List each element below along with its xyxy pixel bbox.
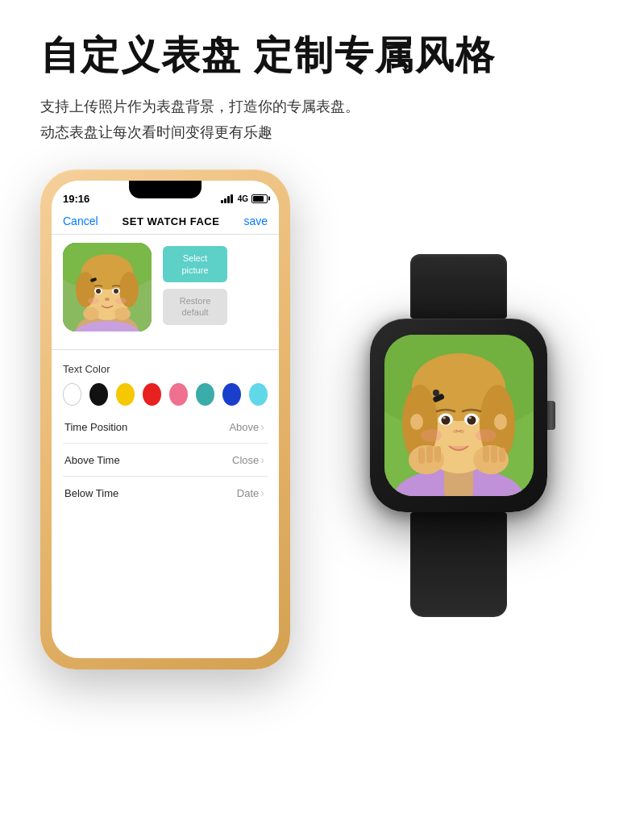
svg-point-40 <box>459 430 464 433</box>
preview-row: Select picture Restore default <box>63 243 268 332</box>
svg-point-38 <box>468 417 472 419</box>
watch-crown <box>547 401 555 430</box>
battery-fill <box>253 196 264 202</box>
above-time-label: Above Time <box>64 454 120 466</box>
svg-point-18 <box>83 307 99 320</box>
time-position-label: Time Position <box>64 421 127 433</box>
network-type: 4G <box>238 194 248 203</box>
phone-mockup: 19:16 4G <box>40 169 290 669</box>
svg-rect-45 <box>418 448 425 464</box>
signal-bar-3 <box>227 196 230 203</box>
color-swatch-lightblue[interactable] <box>249 383 268 406</box>
save-button[interactable]: save <box>243 215 268 227</box>
watch-face-image <box>63 243 152 332</box>
svg-point-12 <box>96 289 101 294</box>
svg-point-39 <box>453 430 458 433</box>
app-title: SET WATCH FACE <box>123 215 220 227</box>
svg-rect-46 <box>426 445 433 463</box>
time-position-value: Above › <box>229 420 264 433</box>
restore-default-button[interactable]: Restore default <box>163 289 227 325</box>
battery-icon <box>251 194 268 203</box>
time-position-chevron: › <box>260 420 264 433</box>
subtitle-line1: 支持上传照片作为表盘背景，打造你的专属表盘。 <box>40 94 604 119</box>
phone-notch-area: 19:16 4G <box>52 181 279 211</box>
action-buttons: Select picture Restore default <box>163 246 227 324</box>
svg-point-42 <box>476 429 497 442</box>
select-picture-button[interactable]: Select picture <box>163 246 227 282</box>
svg-point-14 <box>114 289 118 294</box>
watch-band-top <box>410 254 507 319</box>
app-header: Cancel SET WATCH FACE save <box>52 211 279 234</box>
signal-bar-2 <box>224 198 226 203</box>
text-color-label: Text Color <box>63 363 268 375</box>
signal-bars <box>221 194 233 203</box>
svg-point-31 <box>410 414 423 430</box>
svg-point-15 <box>105 298 110 301</box>
color-swatch-black[interactable] <box>89 383 108 406</box>
select-picture-label: Select picture <box>181 253 208 274</box>
phone-inner: 19:16 4G <box>52 181 279 658</box>
page-container: 自定义表盘 定制专属风格 支持上传照片作为表盘背景，打造你的专属表盘。 动态表盘… <box>0 0 644 834</box>
color-swatch-red[interactable] <box>143 383 161 406</box>
below-time-row[interactable]: Below Time Date › <box>63 477 268 509</box>
phone-status-icons: 4G <box>221 194 268 203</box>
below-time-label: Below Time <box>64 487 118 499</box>
preview-section: Select picture Restore default <box>52 235 279 340</box>
devices-area: 19:16 4G <box>40 169 604 686</box>
svg-point-41 <box>421 429 442 442</box>
watch-screen-image <box>384 335 534 496</box>
signal-bar-1 <box>221 200 223 203</box>
cancel-button[interactable]: Cancel <box>63 215 98 227</box>
time-position-current: Above <box>229 421 259 433</box>
below-time-chevron: › <box>260 486 264 499</box>
color-swatches <box>63 383 268 406</box>
girl-portrait-svg <box>384 335 534 496</box>
color-swatch-blue[interactable] <box>222 383 241 406</box>
svg-point-37 <box>467 416 476 425</box>
phone-time: 19:16 <box>63 193 89 205</box>
watch-mockup <box>314 186 604 686</box>
above-time-chevron: › <box>260 453 264 466</box>
svg-point-35 <box>442 417 446 419</box>
above-time-current: Close <box>232 454 259 466</box>
restore-default-label: Restore default <box>180 296 211 317</box>
svg-rect-49 <box>491 445 497 463</box>
phone-notch <box>129 181 202 198</box>
svg-point-16 <box>88 298 99 304</box>
above-time-row[interactable]: Above Time Close › <box>63 444 268 477</box>
svg-point-34 <box>441 416 450 425</box>
below-time-current: Date <box>237 487 259 499</box>
watch-band-bottom <box>410 512 507 617</box>
color-swatch-white[interactable] <box>63 383 81 406</box>
svg-point-30 <box>433 390 439 396</box>
below-time-value: Date › <box>237 486 264 499</box>
girl-face-svg-phone <box>63 243 152 332</box>
watch-screen <box>384 335 534 496</box>
signal-bar-4 <box>231 194 233 203</box>
above-time-value: Close › <box>232 453 264 466</box>
svg-rect-48 <box>483 446 489 462</box>
svg-rect-50 <box>499 448 505 462</box>
time-position-row[interactable]: Time Position Above › <box>63 411 268 444</box>
page-subtitle: 支持上传照片作为表盘背景，打造你的专属表盘。 动态表盘让每次看时间变得更有乐趣 <box>40 94 604 146</box>
svg-point-32 <box>494 414 507 430</box>
color-swatch-teal[interactable] <box>196 383 214 406</box>
svg-rect-47 <box>434 446 441 462</box>
settings-section: Text Color Time Position <box>52 360 279 512</box>
svg-point-17 <box>115 298 127 304</box>
watch-face-preview <box>63 243 152 332</box>
settings-list: Time Position Above › Above Time Close › <box>63 411 268 509</box>
color-swatch-pink[interactable] <box>169 383 188 406</box>
color-swatch-yellow[interactable] <box>116 383 135 406</box>
page-title: 自定义表盘 定制专属风格 <box>40 32 604 79</box>
section-divider-1 <box>52 349 279 350</box>
watch-body <box>370 319 547 512</box>
svg-point-19 <box>114 307 131 320</box>
subtitle-line2: 动态表盘让每次看时间变得更有乐趣 <box>40 119 604 145</box>
